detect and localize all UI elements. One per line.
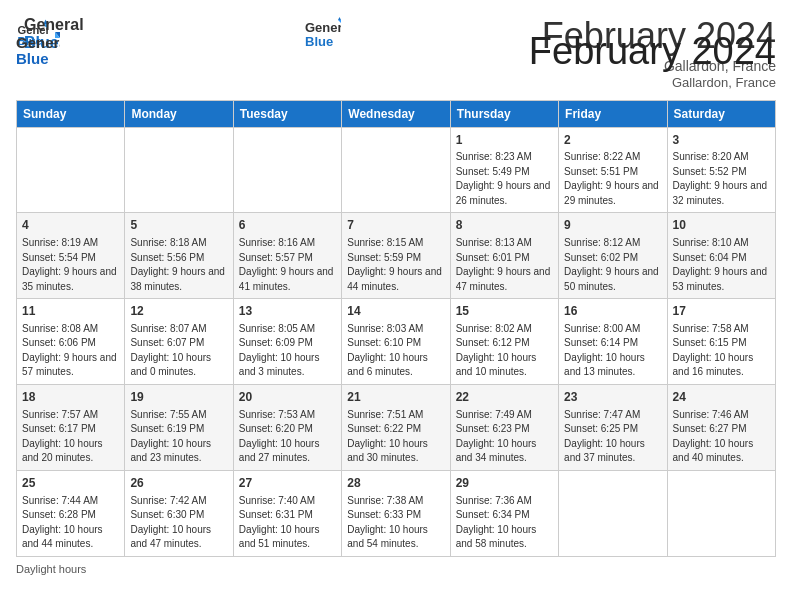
day-number: 9 [564, 217, 661, 234]
calendar-cell: 4Sunrise: 8:19 AM Sunset: 5:54 PM Daylig… [17, 213, 125, 299]
calendar-cell [17, 127, 125, 213]
day-number: 27 [239, 475, 336, 492]
day-info: Sunrise: 8:08 AM Sunset: 6:06 PM Dayligh… [22, 322, 119, 380]
calendar-cell [125, 127, 233, 213]
day-info: Sunrise: 7:36 AM Sunset: 6:34 PM Dayligh… [456, 494, 553, 552]
day-info: Sunrise: 8:13 AM Sunset: 6:01 PM Dayligh… [456, 236, 553, 294]
col-header-friday: Friday [559, 100, 667, 127]
day-info: Sunrise: 8:22 AM Sunset: 5:51 PM Dayligh… [564, 150, 661, 208]
day-number: 12 [130, 303, 227, 320]
logo-container: General Blue [16, 30, 60, 70]
calendar-cell: 23Sunrise: 7:47 AM Sunset: 6:25 PM Dayli… [559, 384, 667, 470]
day-number: 25 [22, 475, 119, 492]
day-number: 14 [347, 303, 444, 320]
day-number: 10 [673, 217, 770, 234]
calendar-cell: 3Sunrise: 8:20 AM Sunset: 5:52 PM Daylig… [667, 127, 775, 213]
calendar-week-4: 18Sunrise: 7:57 AM Sunset: 6:17 PM Dayli… [17, 384, 776, 470]
svg-marker-6 [338, 17, 341, 20]
col-header-tuesday: Tuesday [233, 100, 341, 127]
svg-text:Blue: Blue [305, 34, 333, 49]
calendar-cell: 9Sunrise: 8:12 AM Sunset: 6:02 PM Daylig… [559, 213, 667, 299]
day-number: 13 [239, 303, 336, 320]
calendar-cell: 8Sunrise: 8:13 AM Sunset: 6:01 PM Daylig… [450, 213, 558, 299]
calendar-cell: 25Sunrise: 7:44 AM Sunset: 6:28 PM Dayli… [17, 470, 125, 556]
day-number: 8 [456, 217, 553, 234]
day-number: 20 [239, 389, 336, 406]
calendar-cell: 20Sunrise: 7:53 AM Sunset: 6:20 PM Dayli… [233, 384, 341, 470]
day-number: 26 [130, 475, 227, 492]
logo-svg: General Blue [305, 16, 341, 52]
col-header-monday: Monday [125, 100, 233, 127]
calendar-cell [559, 470, 667, 556]
footer-note: Daylight hours [16, 563, 776, 575]
day-info: Sunrise: 8:23 AM Sunset: 5:49 PM Dayligh… [456, 150, 553, 208]
day-number: 4 [22, 217, 119, 234]
day-info: Sunrise: 7:53 AM Sunset: 6:20 PM Dayligh… [239, 408, 336, 466]
col-header-sunday: Sunday [17, 100, 125, 127]
day-info: Sunrise: 7:47 AM Sunset: 6:25 PM Dayligh… [564, 408, 661, 466]
calendar-cell: 26Sunrise: 7:42 AM Sunset: 6:30 PM Dayli… [125, 470, 233, 556]
day-number: 22 [456, 389, 553, 406]
day-info: Sunrise: 7:49 AM Sunset: 6:23 PM Dayligh… [456, 408, 553, 466]
day-info: Sunrise: 7:40 AM Sunset: 6:31 PM Dayligh… [239, 494, 336, 552]
day-info: Sunrise: 8:19 AM Sunset: 5:54 PM Dayligh… [22, 236, 119, 294]
calendar-cell: 24Sunrise: 7:46 AM Sunset: 6:27 PM Dayli… [667, 384, 775, 470]
svg-text:General: General [305, 20, 341, 35]
calendar-cell [667, 470, 775, 556]
day-info: Sunrise: 8:20 AM Sunset: 5:52 PM Dayligh… [673, 150, 770, 208]
day-info: Sunrise: 8:03 AM Sunset: 6:10 PM Dayligh… [347, 322, 444, 380]
calendar-cell: 5Sunrise: 8:18 AM Sunset: 5:56 PM Daylig… [125, 213, 233, 299]
day-info: Sunrise: 8:15 AM Sunset: 5:59 PM Dayligh… [347, 236, 444, 294]
day-number: 6 [239, 217, 336, 234]
calendar-week-2: 4Sunrise: 8:19 AM Sunset: 5:54 PM Daylig… [17, 213, 776, 299]
calendar-cell: 21Sunrise: 7:51 AM Sunset: 6:22 PM Dayli… [342, 384, 450, 470]
calendar-cell: 29Sunrise: 7:36 AM Sunset: 6:34 PM Dayli… [450, 470, 558, 556]
day-info: Sunrise: 7:55 AM Sunset: 6:19 PM Dayligh… [130, 408, 227, 466]
page-title: February 2024 [529, 30, 776, 73]
calendar-cell: 13Sunrise: 8:05 AM Sunset: 6:09 PM Dayli… [233, 299, 341, 385]
day-number: 23 [564, 389, 661, 406]
calendar-cell: 28Sunrise: 7:38 AM Sunset: 6:33 PM Dayli… [342, 470, 450, 556]
calendar-cell: 11Sunrise: 8:08 AM Sunset: 6:06 PM Dayli… [17, 299, 125, 385]
day-info: Sunrise: 8:02 AM Sunset: 6:12 PM Dayligh… [456, 322, 553, 380]
day-info: Sunrise: 8:10 AM Sunset: 6:04 PM Dayligh… [673, 236, 770, 294]
day-info: Sunrise: 8:18 AM Sunset: 5:56 PM Dayligh… [130, 236, 227, 294]
calendar-header-row: SundayMondayTuesdayWednesdayThursdayFrid… [17, 100, 776, 127]
day-number: 1 [456, 132, 553, 149]
day-info: Sunrise: 7:38 AM Sunset: 6:33 PM Dayligh… [347, 494, 444, 552]
day-info: Sunrise: 7:51 AM Sunset: 6:22 PM Dayligh… [347, 408, 444, 466]
calendar-week-5: 25Sunrise: 7:44 AM Sunset: 6:28 PM Dayli… [17, 470, 776, 556]
calendar-cell: 1Sunrise: 8:23 AM Sunset: 5:49 PM Daylig… [450, 127, 558, 213]
day-info: Sunrise: 7:42 AM Sunset: 6:30 PM Dayligh… [130, 494, 227, 552]
calendar-cell: 18Sunrise: 7:57 AM Sunset: 6:17 PM Dayli… [17, 384, 125, 470]
svg-text:Blue: Blue [16, 50, 49, 67]
day-number: 7 [347, 217, 444, 234]
calendar-cell: 14Sunrise: 8:03 AM Sunset: 6:10 PM Dayli… [342, 299, 450, 385]
calendar-cell: 10Sunrise: 8:10 AM Sunset: 6:04 PM Dayli… [667, 213, 775, 299]
calendar-week-1: 1Sunrise: 8:23 AM Sunset: 5:49 PM Daylig… [17, 127, 776, 213]
day-info: Sunrise: 7:46 AM Sunset: 6:27 PM Dayligh… [673, 408, 770, 466]
day-number: 2 [564, 132, 661, 149]
day-number: 24 [673, 389, 770, 406]
col-header-wednesday: Wednesday [342, 100, 450, 127]
calendar-cell: 15Sunrise: 8:02 AM Sunset: 6:12 PM Dayli… [450, 299, 558, 385]
col-header-thursday: Thursday [450, 100, 558, 127]
day-number: 29 [456, 475, 553, 492]
calendar-cell: 2Sunrise: 8:22 AM Sunset: 5:51 PM Daylig… [559, 127, 667, 213]
day-info: Sunrise: 8:12 AM Sunset: 6:02 PM Dayligh… [564, 236, 661, 294]
calendar-cell: 17Sunrise: 7:58 AM Sunset: 6:15 PM Dayli… [667, 299, 775, 385]
calendar-cell: 19Sunrise: 7:55 AM Sunset: 6:19 PM Dayli… [125, 384, 233, 470]
day-number: 17 [673, 303, 770, 320]
day-info: Sunrise: 7:58 AM Sunset: 6:15 PM Dayligh… [673, 322, 770, 380]
day-number: 21 [347, 389, 444, 406]
calendar-table: SundayMondayTuesdayWednesdayThursdayFrid… [16, 100, 776, 557]
col-header-saturday: Saturday [667, 100, 775, 127]
day-info: Sunrise: 7:57 AM Sunset: 6:17 PM Dayligh… [22, 408, 119, 466]
svg-text:General: General [16, 34, 60, 51]
calendar-cell: 7Sunrise: 8:15 AM Sunset: 5:59 PM Daylig… [342, 213, 450, 299]
day-info: Sunrise: 8:05 AM Sunset: 6:09 PM Dayligh… [239, 322, 336, 380]
calendar-cell: 16Sunrise: 8:00 AM Sunset: 6:14 PM Dayli… [559, 299, 667, 385]
day-info: Sunrise: 8:16 AM Sunset: 5:57 PM Dayligh… [239, 236, 336, 294]
day-info: Sunrise: 8:07 AM Sunset: 6:07 PM Dayligh… [130, 322, 227, 380]
calendar-cell: 27Sunrise: 7:40 AM Sunset: 6:31 PM Dayli… [233, 470, 341, 556]
